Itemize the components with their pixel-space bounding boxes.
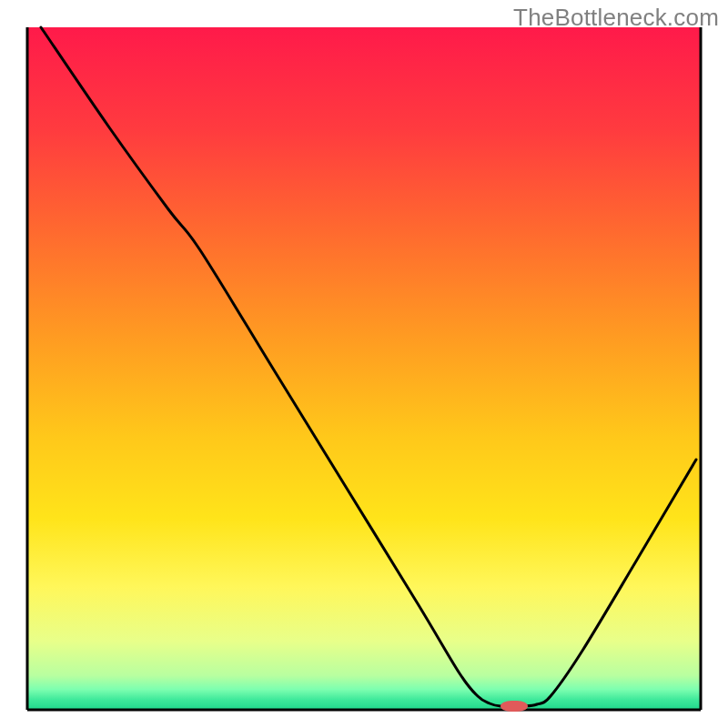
watermark-text: TheBottleneck.com	[513, 4, 719, 32]
optimal-marker	[500, 701, 528, 712]
chart-container: TheBottleneck.com	[0, 0, 728, 728]
plot-background	[27, 27, 701, 710]
bottleneck-chart	[0, 0, 728, 728]
